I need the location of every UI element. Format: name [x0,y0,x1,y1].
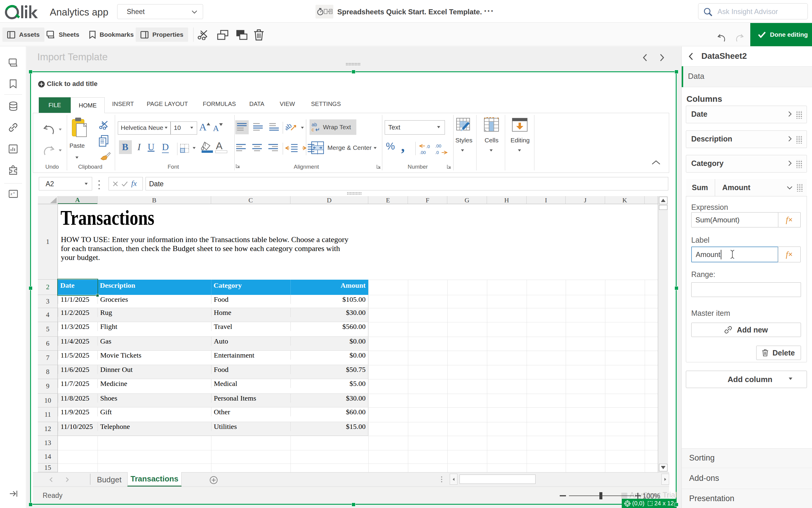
svg-text:=: = [13,191,15,195]
svg-text:c: c [312,127,314,132]
svg-text:.00: .00 [435,143,441,149]
svg-text:ab: ab [286,122,293,132]
svg-text:ab: ab [312,122,317,127]
svg-text:x: x [10,192,12,196]
svg-text:.00: .00 [420,150,426,155]
svg-text:.0: .0 [426,144,430,149]
svg-text:.0: .0 [435,150,439,155]
